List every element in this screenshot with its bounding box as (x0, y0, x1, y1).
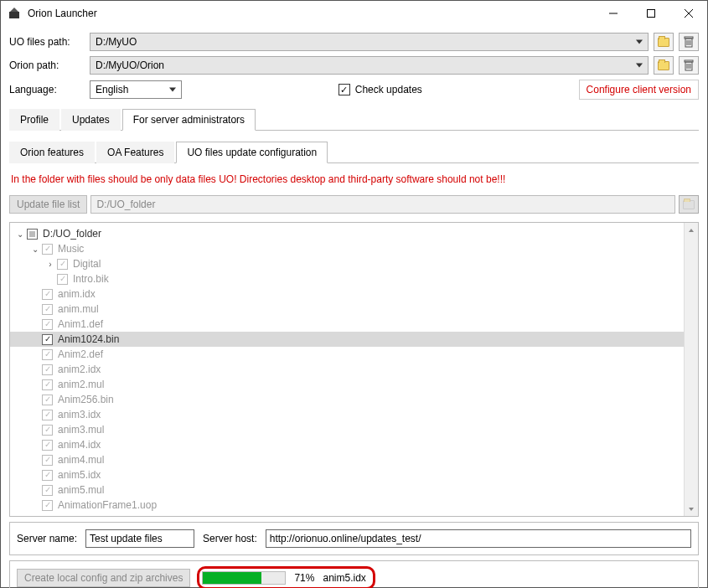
tree-item[interactable]: Anim256.bin (10, 392, 684, 407)
update-folder-browse-button[interactable] (679, 195, 699, 214)
tree-item-label: Anim1.def (58, 318, 103, 330)
tree-item[interactable]: ⌄Music (10, 241, 684, 256)
tree-checkbox[interactable] (42, 455, 53, 466)
scroll-down-button[interactable] (685, 502, 698, 516)
expander-icon[interactable]: ⌄ (15, 230, 25, 239)
tree-item-label: anim.mul (58, 303, 99, 315)
uo-path-dropdown[interactable]: D:/MyUO (90, 33, 649, 51)
tree-checkbox[interactable] (42, 395, 53, 405)
main-tabs: Profile Updates For server administrator… (9, 108, 699, 131)
tree-scrollbar[interactable] (684, 223, 698, 516)
tree-item[interactable]: Anim1024.bin (10, 332, 684, 347)
tree-item[interactable]: anim.idx (10, 286, 684, 302)
tree-checkbox[interactable] (42, 304, 53, 315)
tree-checkbox[interactable] (42, 364, 53, 375)
subtab-uo-files-update[interactable]: UO files update configuration (176, 142, 328, 163)
tree-item[interactable]: Anim2.def (10, 347, 684, 362)
tree-checkbox[interactable] (42, 334, 53, 345)
tree-item[interactable]: AnimationFrame1.uop (10, 498, 684, 513)
tree-item[interactable]: anim5.idx (10, 467, 684, 482)
uo-path-delete-button[interactable] (679, 33, 699, 51)
tab-profile[interactable]: Profile (9, 109, 59, 131)
file-tree: ⌄D:/UO_folder⌄Music›DigitalIntro.bikanim… (9, 222, 699, 517)
progress-fill (203, 572, 261, 584)
tree-item[interactable]: anim3.idx (10, 407, 684, 422)
tree-item[interactable]: Intro.bik (10, 271, 684, 286)
server-name-label: Server name: (17, 533, 77, 544)
tree-item[interactable]: anim2.mul (10, 377, 684, 392)
svg-rect-3 (647, 10, 654, 18)
close-button[interactable] (669, 1, 707, 26)
subtab-orion-features[interactable]: Orion features (9, 142, 95, 163)
language-label: Language: (9, 84, 85, 95)
progress-bar (202, 571, 286, 585)
server-host-label: Server host: (203, 533, 257, 544)
app-icon (8, 7, 21, 20)
tree-checkbox[interactable] (42, 500, 53, 511)
progress-row: Create local config and zip archives 71%… (9, 560, 699, 588)
expander-icon[interactable]: ⌄ (30, 245, 40, 254)
svg-rect-0 (9, 12, 19, 18)
scroll-up-button[interactable] (685, 223, 698, 237)
update-file-list-button[interactable]: Update file list (9, 195, 87, 214)
subtab-oa-features[interactable]: OA Features (96, 142, 174, 163)
update-folder-path: D:/UO_folder (90, 195, 675, 214)
file-tree-body[interactable]: ⌄D:/UO_folder⌄Music›DigitalIntro.bikanim… (10, 223, 684, 516)
tree-item-label: Digital (73, 258, 101, 270)
tree-checkbox[interactable] (42, 470, 53, 481)
window-title: Orion Launcher (28, 8, 594, 19)
tree-item[interactable]: ⌄D:/UO_folder (10, 226, 684, 241)
tree-item[interactable]: Anim1.def (10, 317, 684, 332)
tree-item[interactable]: anim4.mul (10, 452, 684, 467)
tree-item[interactable]: anim5.mul (10, 482, 684, 498)
tree-item-label: anim3.mul (58, 424, 104, 436)
uo-path-browse-button[interactable] (654, 33, 674, 51)
tree-item[interactable]: anim.mul (10, 302, 684, 317)
tree-item[interactable]: anim3.mul (10, 422, 684, 437)
language-select[interactable]: English (90, 80, 182, 99)
progress-percent: 71% (294, 572, 314, 584)
tree-checkbox[interactable] (42, 425, 53, 436)
check-updates-checkbox[interactable] (338, 84, 350, 95)
folder-icon (658, 61, 669, 70)
progress-file: anim5.idx (323, 572, 365, 584)
tree-item-label: Anim256.bin (58, 394, 114, 405)
server-name-input[interactable] (85, 529, 194, 548)
window-controls (594, 1, 707, 26)
tree-item-label: D:/UO_folder (43, 228, 101, 240)
tree-item[interactable]: anim4.idx (10, 437, 684, 452)
orion-path-browse-button[interactable] (654, 56, 674, 75)
tree-checkbox[interactable] (42, 485, 53, 496)
tree-checkbox[interactable] (42, 319, 53, 330)
tree-checkbox[interactable] (42, 289, 53, 300)
tree-item-label: Anim2.def (58, 348, 103, 360)
tree-checkbox[interactable] (42, 349, 53, 360)
tree-item[interactable]: ›Digital (10, 256, 684, 271)
orion-path-dropdown[interactable]: D:/MyUO/Orion (90, 56, 649, 75)
progress-highlight: 71% anim5.idx (197, 566, 375, 588)
tree-checkbox[interactable] (42, 379, 53, 390)
tree-item-label: Anim1024.bin (58, 333, 119, 345)
tree-checkbox[interactable] (42, 440, 53, 451)
svg-marker-16 (689, 229, 694, 232)
svg-rect-10 (685, 37, 693, 39)
tree-item-label: anim5.mul (58, 484, 104, 496)
tree-item-label: anim2.mul (58, 379, 104, 390)
content-area: UO files path: D:/MyUO Orion path: D:/My… (1, 26, 707, 588)
tree-checkbox[interactable] (27, 229, 38, 240)
tab-server-admin[interactable]: For server administrators (122, 109, 256, 131)
create-config-button[interactable]: Create local config and zip archives (17, 569, 190, 587)
configure-client-version-link[interactable]: Configure client version (579, 80, 699, 100)
minimize-button[interactable] (594, 1, 632, 26)
expander-icon[interactable]: › (45, 260, 55, 269)
tree-checkbox[interactable] (42, 244, 53, 255)
orion-path-delete-button[interactable] (679, 56, 699, 75)
tree-item[interactable]: anim2.idx (10, 362, 684, 377)
tree-checkbox[interactable] (57, 274, 68, 285)
server-host-input[interactable] (266, 529, 691, 548)
tree-checkbox[interactable] (57, 259, 68, 270)
tree-item-label: Music (58, 243, 84, 255)
maximize-button[interactable] (632, 1, 669, 26)
tree-checkbox[interactable] (42, 410, 53, 420)
tab-updates[interactable]: Updates (61, 109, 121, 131)
